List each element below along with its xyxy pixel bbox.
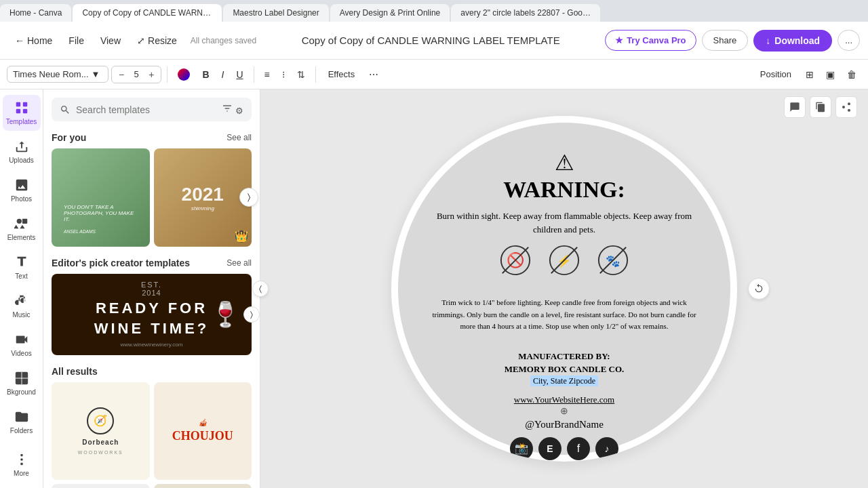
sidebar-item-folders[interactable]: Folders — [3, 404, 41, 440]
canvas[interactable]: ⚠ WARNING: Burn within sight. Keep away … — [391, 116, 737, 462]
editors-pick-see-all-button[interactable]: See all — [226, 258, 252, 268]
svg-point-7 — [20, 454, 23, 457]
font-size-decrease-button[interactable]: − — [116, 68, 127, 81]
tab-home[interactable]: Home - Canva — [0, 4, 71, 22]
choujou-label: 🎪 — [199, 419, 207, 426]
comment-button[interactable] — [784, 96, 806, 118]
template-card-2021[interactable]: 2021 shimming 👑 — [154, 148, 252, 247]
download-button[interactable]: ↓ Download — [753, 30, 832, 52]
music-icon — [14, 293, 29, 308]
hide-panel-button[interactable]: 〈 — [252, 281, 269, 297]
comment-icon — [789, 102, 800, 113]
file-menu-button[interactable]: File — [62, 31, 91, 50]
toolbar-divider-2 — [254, 66, 254, 83]
canvas-container: ⚠ WARNING: Burn within sight. Keep away … — [391, 116, 737, 462]
template-card-photo1[interactable]: YOU DON'T TAKE A PHOTOGRAPH, YOU MAKE IT… — [52, 148, 150, 247]
dorbeach-name: Dorbeach — [82, 439, 119, 446]
upload-icon — [14, 139, 29, 154]
position-button[interactable]: Position — [753, 66, 798, 83]
sidebar-label-more: More — [14, 470, 29, 477]
warning-body-text[interactable]: Burn within sight. Keep away from flamma… — [432, 209, 696, 236]
list-button[interactable]: ⁝ — [277, 66, 290, 83]
for-you-header: For you See all — [52, 132, 252, 143]
sidebar-label-background: Bkground — [7, 388, 36, 396]
search-filter-button[interactable]: ⚙ — [222, 103, 243, 116]
etsy-icon[interactable]: E — [538, 437, 561, 460]
tab-maestro[interactable]: Maestro Label Designer — [223, 4, 328, 22]
font-family-selector[interactable]: Times Neue Rom... ▼ — [7, 66, 108, 83]
template-card-choujou[interactable]: 🎪 CHOUJOU — [154, 382, 252, 481]
more-format-button[interactable]: ⋯ — [364, 66, 383, 83]
share-canvas-button[interactable] — [835, 96, 857, 118]
filter-icon — [222, 103, 233, 114]
svg-rect-0 — [16, 102, 20, 106]
try-pro-button[interactable]: ★ Try Canva Pro — [605, 30, 696, 51]
sidebar-item-templates[interactable]: Templates — [3, 95, 41, 131]
tab-avery[interactable]: Avery Design & Print Online — [330, 4, 450, 22]
template-card-blank2[interactable] — [154, 484, 252, 488]
warning-title[interactable]: WARNING: — [503, 177, 625, 203]
editors-pick-title: Editor's pick creator templates — [52, 258, 190, 268]
editors-pick-next-button[interactable]: 〉 — [243, 306, 260, 323]
manufacturer-line2[interactable]: MEMORY BOX CANDLE CO. — [505, 364, 625, 375]
main-area: Templates Uploads Photos Elements Text M… — [0, 89, 868, 488]
text-color-swatch — [178, 68, 190, 81]
refresh-icon — [753, 283, 764, 294]
svg-rect-3 — [22, 109, 26, 113]
website-text[interactable]: www.YourWebsiteHere.com — [514, 394, 614, 405]
dorbeach-sub: WOODWORKS — [78, 450, 123, 455]
all-results-grid: 🧭 Dorbeach WOODWORKS 🎪 CHOUJOU — [52, 382, 252, 489]
sidebar-label-music: Music — [12, 311, 30, 319]
facebook-icon[interactable]: f — [567, 437, 590, 460]
refresh-button[interactable] — [748, 278, 770, 300]
svg-point-9 — [20, 463, 23, 466]
copy-style-button[interactable]: ▣ — [821, 66, 840, 83]
more-options-button[interactable]: ... — [837, 30, 860, 51]
sidebar-item-photos[interactable]: Photos — [3, 172, 41, 208]
view-menu-button[interactable]: View — [94, 31, 127, 50]
tiktok-icon[interactable]: ♪ — [595, 437, 618, 460]
copy-canvas-button[interactable] — [810, 96, 831, 118]
editors-pick-header: Editor's pick creator templates See all — [52, 258, 252, 268]
delete-button[interactable]: 🗑 — [842, 66, 861, 83]
social-icons-row: 📸 E f ♪ — [510, 437, 618, 460]
search-input[interactable] — [76, 104, 216, 115]
effects-button[interactable]: Effects — [321, 66, 362, 83]
template-card-blank1[interactable] — [52, 484, 150, 488]
sidebar-item-music[interactable]: Music — [3, 288, 41, 324]
autosave-label: All changes saved — [191, 36, 256, 45]
grid-view-button[interactable]: ⊞ — [801, 66, 818, 83]
no-children-icon: 🚫 — [499, 244, 532, 277]
tab-candle[interactable]: Copy of Copy of CANDLE WARNING LABEL TEM… — [73, 4, 222, 22]
template-card-wine[interactable]: EST. 2014 READY FOR WINE TIME? www.winew… — [52, 274, 252, 355]
align-button[interactable]: ≡ — [260, 66, 275, 83]
bold-button[interactable]: B — [197, 66, 214, 83]
for-you-next-button[interactable]: 〉 — [239, 188, 258, 207]
text-color-button[interactable] — [173, 65, 195, 84]
back-home-button[interactable]: ← Home — [8, 31, 59, 50]
instagram-icon[interactable]: 📸 — [510, 437, 533, 460]
manufacturer-line1[interactable]: MANUFACTERED BY: — [518, 349, 610, 364]
city-state-text[interactable]: City, State Zipcode — [530, 376, 598, 386]
line-spacing-button[interactable]: ⇅ — [292, 66, 310, 83]
share-button[interactable]: Share — [702, 30, 749, 51]
brand-name-text[interactable]: @YourBrandName — [525, 419, 604, 430]
tab-google[interactable]: avery 2" circle labels 22807 - Google Se… — [451, 4, 600, 22]
elements-icon — [14, 216, 29, 231]
sidebar-item-more[interactable]: More — [3, 447, 41, 483]
italic-button[interactable]: I — [217, 66, 229, 83]
sidebar-item-background[interactable]: Bkground — [3, 365, 41, 401]
font-size-increase-button[interactable]: + — [146, 68, 157, 81]
template-card-dorbeach[interactable]: 🧭 Dorbeach WOODWORKS — [52, 382, 150, 481]
sidebar-item-text[interactable]: Text — [3, 249, 41, 285]
sidebar-item-elements[interactable]: Elements — [3, 211, 41, 247]
sidebar-label-elements: Elements — [7, 234, 36, 241]
svg-line-15 — [551, 247, 577, 273]
candle-care-text[interactable]: Trim wick to 1/4" before lighting. Keep … — [432, 297, 696, 333]
choujou-content: 🎪 CHOUJOU — [172, 382, 233, 481]
for-you-see-all-button[interactable]: See all — [226, 133, 252, 142]
sidebar-item-uploads[interactable]: Uploads — [3, 134, 41, 169]
underline-button[interactable]: U — [231, 66, 248, 83]
sidebar-item-videos[interactable]: Videos — [3, 327, 41, 363]
resize-button[interactable]: ⤢ Resize — [130, 31, 184, 50]
